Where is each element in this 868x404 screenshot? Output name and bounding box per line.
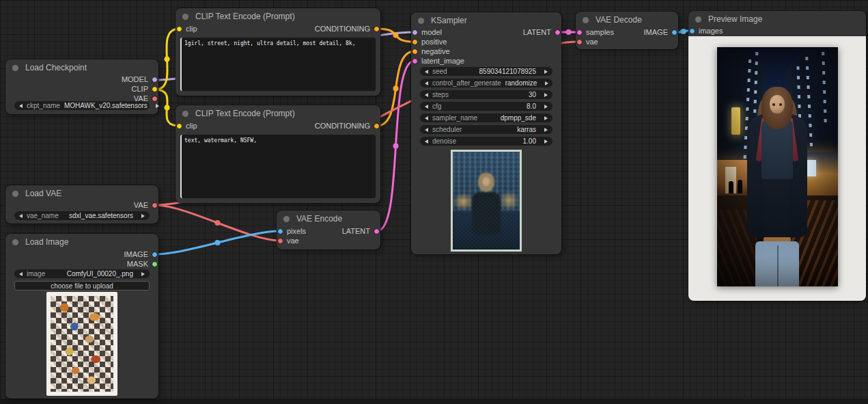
port-dot-latent[interactable] [412,58,418,64]
port-dot-mask[interactable] [152,261,158,267]
port-row[interactable]: clip CONDITIONING [176,121,380,131]
widget-vae-name[interactable]: vae_name sdxl_vae.safetensors [14,211,150,220]
port-row[interactable]: model LATENT [411,27,561,37]
port-dot-vae[interactable] [152,202,158,208]
decrement-arrow-icon[interactable] [425,81,428,85]
output-model[interactable]: MODEL [5,75,158,84]
output-mask[interactable]: MASK [5,259,158,269]
port-dot-clip[interactable] [176,123,182,129]
port-dot-latent[interactable] [374,228,380,234]
node-collapse-dot[interactable] [12,191,18,197]
port-dot-model[interactable] [152,77,158,83]
node-header[interactable]: Preview Image [688,11,866,27]
port-dot-latent[interactable] [555,29,561,36]
node-collapse-dot[interactable] [12,239,18,245]
node-collapse-dot[interactable] [695,16,701,23]
link-midpoint-dot[interactable] [681,29,686,34]
node-collapse-dot[interactable] [283,216,290,222]
node-header[interactable]: VAE Decode [576,12,678,28]
widget-sampler-name[interactable]: sampler_name dpmpp_sde [420,113,552,122]
node-collapse-dot[interactable] [418,18,424,24]
widget-cfg[interactable]: cfg 8.0 [420,102,552,111]
node-clip-text-encode-positive[interactable]: CLIP Text Encode (Prompt) clip CONDITION… [176,8,380,96]
widget-denoise[interactable]: denoise 1.00 [420,137,552,146]
link-midpoint-dot[interactable] [215,240,221,245]
decrement-arrow-icon[interactable] [425,139,428,144]
port-dot-image[interactable] [152,252,158,258]
port-row[interactable]: pixels LATENT [277,226,380,236]
port-dot-pixels[interactable] [277,228,283,234]
increment-arrow-icon[interactable] [141,214,145,218]
decrement-arrow-icon[interactable] [425,128,428,132]
increment-arrow-icon[interactable] [156,104,159,108]
port-dot-conditioning[interactable] [412,49,418,55]
node-header[interactable]: CLIP Text Encode (Prompt) [176,8,380,25]
node-graph-canvas[interactable]: Load Checkpoint MODEL CLIP VAE ckpt_name… [0,0,868,404]
node-header[interactable]: VAE Encode [277,211,380,227]
port-row[interactable]: clip CONDITIONING [176,24,380,33]
choose-file-button[interactable]: choose file to upload [14,281,150,291]
node-load-image[interactable]: Load Image IMAGE MASK image ComfyUI_0002… [5,234,158,399]
widget-scheduler[interactable]: scheduler karras [420,125,552,134]
node-collapse-dot[interactable] [182,111,188,117]
decrement-arrow-icon[interactable] [425,93,428,97]
port-row[interactable]: samples IMAGE [576,27,678,37]
port-dot-samples[interactable] [576,29,583,36]
node-header[interactable]: Load Checkpoint [5,59,158,76]
decrement-arrow-icon[interactable] [425,70,428,74]
node-preview-image[interactable]: Preview Image images [688,11,866,301]
input-vae[interactable]: vae [576,37,678,46]
increment-arrow-icon[interactable] [544,139,548,144]
link-midpoint-dot[interactable] [393,33,399,38]
port-dot-vae[interactable] [576,39,583,45]
widget-ckpt-name[interactable]: ckpt_name MOHAWK_v20.safetensors [14,101,150,110]
increment-arrow-icon[interactable] [544,116,548,120]
increment-arrow-icon[interactable] [544,93,548,97]
decrement-arrow-icon[interactable] [19,214,23,218]
input-vae[interactable]: vae [277,236,380,245]
port-dot-image[interactable] [671,29,677,36]
node-ksampler[interactable]: KSampler model LATENT positive negative … [411,12,561,254]
prompt-textarea[interactable]: text, watermark, NSFW, [180,135,376,198]
node-load-vae[interactable]: Load VAE VAE vae_name sdxl_vae.safetenso… [5,185,158,224]
increment-arrow-icon[interactable] [544,128,548,132]
widget-steps[interactable]: steps 30 [420,90,552,99]
input-negative[interactable]: negative [411,46,561,56]
decrement-arrow-icon[interactable] [19,104,23,108]
link-midpoint-dot[interactable] [393,144,399,149]
input-images[interactable]: images [688,26,866,36]
link-midpoint-dot[interactable] [393,86,399,92]
node-collapse-dot[interactable] [182,14,188,20]
node-header[interactable]: Load VAE [5,185,158,202]
node-vae-encode[interactable]: VAE Encode pixels LATENT vae [277,211,380,250]
port-dot-conditioning[interactable] [374,123,380,129]
node-collapse-dot[interactable] [583,17,589,23]
link-midpoint-dot[interactable] [215,220,221,226]
link-midpoint-dot[interactable] [165,57,170,62]
link-midpoint-dot[interactable] [566,29,572,35]
input-positive[interactable]: positive [411,37,561,46]
input-latent-image[interactable]: latent_image [411,56,561,66]
port-dot-conditioning[interactable] [374,26,380,32]
widget-control-after-generate[interactable]: control_after_generate randomize [420,79,552,87]
port-dot-vae[interactable] [152,96,158,102]
decrement-arrow-icon[interactable] [19,272,23,276]
node-header[interactable]: KSampler [411,12,561,29]
increment-arrow-icon[interactable] [141,272,145,276]
port-dot-model[interactable] [412,29,418,36]
increment-arrow-icon[interactable] [544,70,548,74]
decrement-arrow-icon[interactable] [425,116,428,120]
output-image[interactable]: IMAGE [5,250,158,259]
port-dot-conditioning[interactable] [412,39,418,45]
node-vae-decode[interactable]: VAE Decode samples IMAGE vae [576,12,678,49]
widget-seed[interactable]: seed 859034121078925 [420,67,552,76]
widget-image-filename[interactable]: image ComfyUI_00020_.png [14,269,150,278]
port-dot-vae[interactable] [277,238,283,244]
prompt-textarea[interactable]: 1girl, street, night, ultra detail, most… [180,38,376,91]
increment-arrow-icon[interactable] [545,81,548,85]
increment-arrow-icon[interactable] [544,105,548,109]
decrement-arrow-icon[interactable] [425,105,428,109]
port-dot-clip[interactable] [176,26,182,32]
node-header[interactable]: CLIP Text Encode (Prompt) [176,105,380,122]
port-dot-clip[interactable] [152,86,158,92]
